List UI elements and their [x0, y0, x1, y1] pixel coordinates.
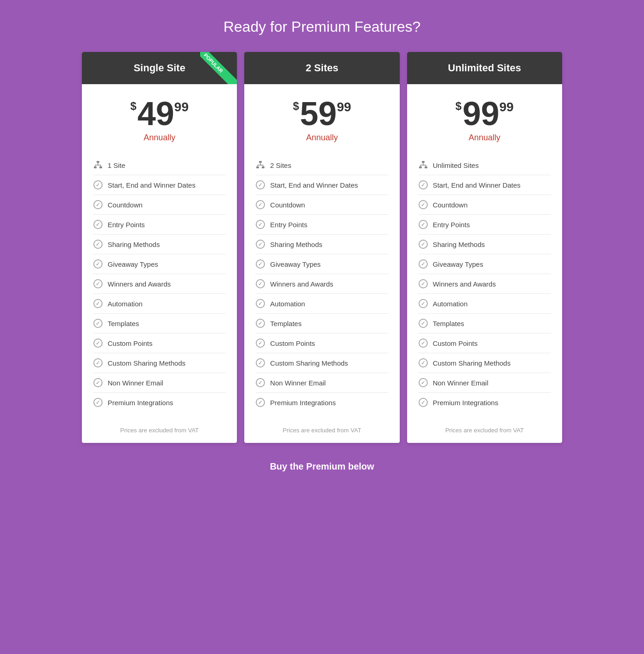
cents-unlimited-sites: 99 [499, 101, 513, 114]
feature-label: Sharing Methods [433, 241, 485, 248]
vat-note-unlimited-sites: Prices are excluded from VAT [418, 421, 551, 434]
feature-item: ✓Automation [255, 294, 388, 314]
check-icon: ✓ [93, 338, 103, 348]
feature-item: ✓Giveaway Types [255, 254, 388, 274]
feature-item: ✓Premium Integrations [93, 393, 226, 412]
check-icon: ✓ [93, 279, 103, 289]
svg-rect-0 [97, 161, 99, 163]
feature-label: Custom Points [433, 339, 478, 347]
feature-label: Giveaway Types [270, 260, 321, 268]
feature-label: Automation [433, 300, 468, 308]
feature-label: Automation [108, 300, 143, 308]
feature-site-count: 2 Sites [255, 155, 388, 175]
check-icon: ✓ [255, 259, 265, 269]
plan-header-unlimited-sites: Unlimited Sites [407, 52, 562, 84]
feature-item: ✓Custom Sharing Methods [255, 353, 388, 373]
currency-two-sites: $ [293, 101, 299, 112]
amount-unlimited-sites: 99 [462, 97, 499, 130]
feature-label: Templates [108, 320, 139, 327]
check-icon: ✓ [255, 397, 265, 407]
svg-rect-16 [425, 166, 427, 168]
features-list-unlimited-sites: Unlimited Sites✓Start, End and Winner Da… [418, 155, 551, 412]
feature-item: ✓Countdown [93, 195, 226, 215]
plan-card-single-site: Single Site$4999Annually1 Site✓Start, En… [82, 52, 237, 443]
feature-item: ✓Custom Points [418, 333, 551, 353]
feature-item: ✓Automation [418, 294, 551, 314]
check-icon: ✓ [255, 338, 265, 348]
check-icon: ✓ [418, 239, 428, 249]
feature-label: Templates [270, 320, 301, 327]
feature-label: Premium Integrations [108, 399, 173, 407]
feature-item: ✓Templates [418, 314, 551, 333]
plan-header-two-sites: 2 Sites [244, 52, 399, 84]
plan-card-unlimited-sites: Unlimited Sites$9999AnnuallyUnlimited Si… [407, 52, 562, 443]
feature-item: ✓Entry Points [255, 215, 388, 235]
feature-item: ✓Sharing Methods [418, 235, 551, 254]
vat-note-single-site: Prices are excluded from VAT [93, 421, 226, 434]
check-icon: ✓ [255, 239, 265, 249]
check-icon: ✓ [255, 318, 265, 328]
feature-item: ✓Start, End and Winner Dates [255, 175, 388, 195]
site-icon [93, 160, 103, 170]
check-icon: ✓ [255, 298, 265, 309]
check-icon: ✓ [418, 318, 428, 328]
feature-label: Sharing Methods [108, 241, 160, 248]
feature-item: ✓Entry Points [93, 215, 226, 235]
check-icon: ✓ [418, 279, 428, 289]
check-icon: ✓ [418, 338, 428, 348]
feature-label: Custom Points [270, 339, 315, 347]
feature-label: Automation [270, 300, 305, 308]
feature-label: Start, End and Winner Dates [270, 181, 358, 189]
feature-label: Premium Integrations [433, 399, 499, 407]
feature-label: Entry Points [270, 221, 307, 229]
popular-badge [200, 52, 237, 84]
feature-item: ✓Automation [93, 294, 226, 314]
check-icon: ✓ [93, 378, 103, 388]
feature-label: Entry Points [433, 221, 470, 229]
feature-item: ✓Non Winner Email [418, 373, 551, 393]
feature-item: ✓Giveaway Types [418, 254, 551, 274]
check-icon: ✓ [93, 259, 103, 269]
check-icon: ✓ [255, 279, 265, 289]
svg-rect-1 [94, 166, 97, 168]
feature-label: Winners and Awards [270, 280, 333, 288]
feature-item: ✓Winners and Awards [418, 274, 551, 294]
feature-label: Countdown [270, 201, 305, 209]
feature-label: Countdown [108, 201, 143, 209]
feature-label: Custom Sharing Methods [108, 359, 185, 367]
feature-site-count: Unlimited Sites [418, 155, 551, 175]
site-count-label: Unlimited Sites [433, 161, 479, 169]
billing-single-site: Annually [93, 133, 226, 143]
feature-label: Start, End and Winner Dates [433, 181, 521, 189]
feature-label: Premium Integrations [270, 399, 336, 407]
feature-item: ✓Winners and Awards [255, 274, 388, 294]
feature-item: ✓Custom Points [93, 333, 226, 353]
svg-rect-7 [259, 161, 262, 163]
billing-two-sites: Annually [255, 133, 388, 143]
check-icon: ✓ [418, 298, 428, 309]
check-icon: ✓ [255, 219, 265, 229]
check-icon: ✓ [93, 298, 103, 309]
vat-note-two-sites: Prices are excluded from VAT [255, 421, 388, 434]
feature-item: ✓Entry Points [418, 215, 551, 235]
check-icon: ✓ [93, 358, 103, 368]
feature-label: Non Winner Email [433, 379, 489, 387]
check-icon: ✓ [93, 200, 103, 210]
currency-single-site: $ [130, 101, 136, 112]
feature-label: Winners and Awards [108, 280, 171, 288]
cents-single-site: 99 [174, 101, 189, 114]
check-icon: ✓ [418, 397, 428, 407]
amount-two-sites: 59 [300, 97, 337, 130]
features-list-single-site: 1 Site✓Start, End and Winner Dates✓Count… [93, 155, 226, 412]
check-icon: ✓ [93, 318, 103, 328]
check-icon: ✓ [255, 378, 265, 388]
feature-label: Winners and Awards [433, 280, 496, 288]
feature-item: ✓Templates [93, 314, 226, 333]
features-list-two-sites: 2 Sites✓Start, End and Winner Dates✓Coun… [255, 155, 388, 412]
feature-label: Giveaway Types [433, 260, 483, 268]
svg-rect-15 [419, 166, 422, 168]
plan-header-single-site: Single Site [82, 52, 237, 84]
feature-label: Countdown [433, 201, 468, 209]
feature-label: Custom Sharing Methods [270, 359, 348, 367]
feature-label: Entry Points [108, 221, 145, 229]
